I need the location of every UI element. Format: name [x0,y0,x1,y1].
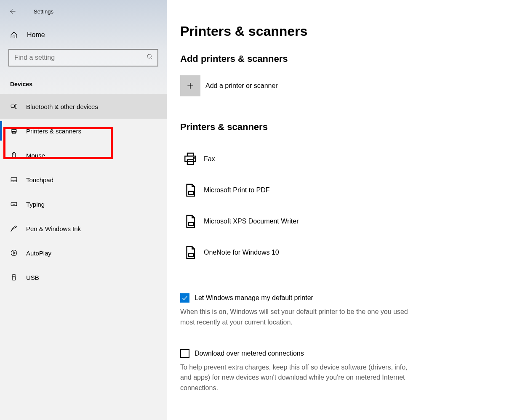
main-content: Printers & scanners Add printers & scann… [167,0,512,420]
sidebar-item-label: Pen & Windows Ink [26,225,81,232]
usb-icon [10,274,19,281]
keyboard-icon [10,200,19,208]
add-printer-button[interactable]: Add a printer or scanner [180,75,499,96]
svg-rect-11 [11,202,17,206]
checkbox-checked-icon[interactable] [180,293,189,303]
sidebar-item-pen[interactable]: Pen & Windows Ink [0,216,167,241]
sidebar-item-bluetooth[interactable]: Bluetooth & other devices [0,94,167,119]
sidebar-item-autoplay[interactable]: AutoPlay [0,241,167,265]
add-section-title: Add printers & scanners [180,53,499,64]
search-icon [147,53,153,62]
back-button[interactable] [8,8,25,15]
sidebar-item-label: Bluetooth & other devices [26,103,98,110]
sidebar-section-label: Devices [0,66,167,94]
document-printer-icon [180,183,200,197]
svg-rect-2 [15,104,17,109]
sidebar-item-usb[interactable]: USB [0,265,167,290]
sidebar: Settings Home Devices Bluetooth & other … [0,0,167,420]
device-item-xps[interactable]: Microsoft XPS Document Writer [180,206,499,237]
sidebar-item-touchpad[interactable]: Touchpad [0,167,167,192]
sidebar-item-printers[interactable]: Printers & scanners [0,119,167,143]
sidebar-item-label: Printers & scanners [26,128,81,135]
pen-icon [10,225,19,232]
arrow-left-icon [8,8,16,15]
sidebar-item-label: USB [26,274,39,281]
bluetooth-devices-icon [10,103,19,110]
svg-rect-21 [12,277,16,280]
document-printer-icon [180,245,200,260]
touchpad-icon [10,176,19,183]
document-printer-icon [180,214,200,229]
home-icon [10,31,19,39]
plus-icon [180,75,200,96]
svg-point-27 [193,157,194,158]
metered-label: Download over metered connections [195,350,304,357]
svg-rect-1 [11,105,14,107]
svg-rect-20 [13,274,15,276]
search-input[interactable] [13,53,147,62]
svg-marker-19 [13,252,16,254]
sidebar-item-label: AutoPlay [26,250,51,257]
home-nav[interactable]: Home [0,20,167,45]
metered-desc: To help prevent extra charges, keep this… [180,362,416,393]
sidebar-item-label: Typing [26,201,45,208]
page-title: Printers & scanners [180,24,499,39]
printer-icon [10,127,19,135]
printer-device-icon [180,152,200,166]
device-label: Fax [204,155,215,163]
device-item-fax[interactable]: Fax [180,144,499,175]
default-printer-label: Let Windows manage my default printer [195,294,313,302]
sidebar-item-mouse[interactable]: Mouse [0,143,167,167]
window-title: Settings [34,8,53,15]
svg-rect-29 [189,223,193,226]
device-label: Microsoft Print to PDF [204,186,269,194]
sidebar-item-label: Mouse [26,152,45,159]
svg-rect-28 [189,191,193,194]
default-printer-desc: When this is on, Windows will set your d… [180,307,416,328]
device-item-onenote[interactable]: OneNote for Windows 10 [180,237,499,268]
device-item-pdf[interactable]: Microsoft Print to PDF [180,175,499,206]
mouse-icon [10,152,19,159]
checkbox-unchecked-icon[interactable] [180,349,189,358]
svg-rect-5 [12,132,16,134]
device-label: OneNote for Windows 10 [204,249,279,256]
svg-rect-3 [12,128,16,130]
search-box[interactable] [8,49,158,66]
device-label: Microsoft XPS Document Writer [204,218,299,225]
sidebar-item-typing[interactable]: Typing [0,192,167,216]
device-list: Fax Microsoft Print to PDF Microsoft XPS… [180,144,499,268]
svg-rect-26 [187,159,193,164]
svg-point-18 [11,250,17,256]
list-section-title: Printers & scanners [180,122,499,133]
svg-point-0 [147,54,151,58]
autoplay-icon [10,249,19,257]
metered-checkbox-row[interactable]: Download over metered connections [180,349,499,358]
home-label: Home [27,31,45,39]
settings-window: Settings Home Devices Bluetooth & other … [0,0,512,420]
add-printer-label: Add a printer or scanner [205,82,278,90]
default-printer-checkbox-row[interactable]: Let Windows manage my default printer [180,293,499,303]
titlebar: Settings [0,0,167,20]
sidebar-item-label: Touchpad [26,176,53,183]
svg-rect-30 [189,254,193,257]
